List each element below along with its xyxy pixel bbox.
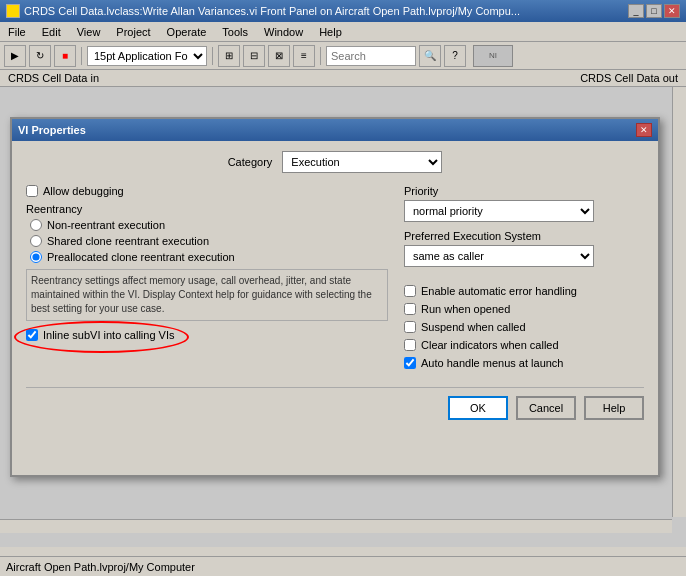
- panel-label-right: CRDS Cell Data out: [580, 72, 678, 84]
- help-button[interactable]: ?: [444, 45, 466, 67]
- toolbar-resize-button[interactable]: ⊠: [268, 45, 290, 67]
- inline-subvi-checkbox[interactable]: [26, 329, 38, 341]
- allow-debugging-row: Allow debugging: [26, 185, 388, 197]
- suspend-when-called-row: Suspend when called: [404, 321, 644, 333]
- vi-properties-dialog: VI Properties ✕ Category Execution Allow: [10, 117, 660, 477]
- menu-tools[interactable]: Tools: [218, 25, 252, 39]
- cancel-button[interactable]: Cancel: [516, 396, 576, 420]
- radio-non-reentrant-label: Non-reentrant execution: [47, 219, 165, 231]
- menu-operate[interactable]: Operate: [163, 25, 211, 39]
- menu-bar: File Edit View Project Operate Tools Win…: [0, 22, 686, 42]
- right-checkboxes: Enable automatic error handling Run when…: [404, 285, 644, 369]
- clear-indicators-row: Clear indicators when called: [404, 339, 644, 351]
- left-column: Allow debugging Reentrancy Non-reentrant…: [26, 185, 388, 375]
- inline-subvi-row: Inline subVI into calling VIs: [26, 329, 174, 341]
- inline-subvi-wrapper: Inline subVI into calling VIs: [26, 329, 174, 347]
- title-bar-left: CRDS Cell Data.lvclass:Write Allan Varia…: [6, 4, 520, 18]
- minimize-button[interactable]: _: [628, 4, 644, 18]
- radio-preallocated: Preallocated clone reentrant execution: [26, 251, 388, 263]
- inline-subvi-label: Inline subVI into calling VIs: [43, 329, 174, 341]
- dialog-body: Category Execution Allow debugging Reent…: [12, 141, 658, 430]
- search-input[interactable]: [326, 46, 416, 66]
- pref-exec-label: Preferred Execution System: [404, 230, 644, 242]
- panel-labels: CRDS Cell Data in CRDS Cell Data out: [0, 70, 686, 87]
- radio-preallocated-input[interactable]: [30, 251, 42, 263]
- toolbar-abort-button[interactable]: ■: [54, 45, 76, 67]
- toolbar-separator-1: [81, 47, 82, 65]
- priority-select[interactable]: normal priority: [404, 200, 594, 222]
- suspend-when-called-label: Suspend when called: [421, 321, 526, 333]
- auto-error-row: Enable automatic error handling: [404, 285, 644, 297]
- suspend-when-called-checkbox[interactable]: [404, 321, 416, 333]
- auto-menus-row: Auto handle menus at launch: [404, 357, 644, 369]
- pref-exec-select[interactable]: same as caller: [404, 245, 594, 267]
- dialog-columns: Allow debugging Reentrancy Non-reentrant…: [26, 185, 644, 375]
- menu-file[interactable]: File: [4, 25, 30, 39]
- clear-indicators-label: Clear indicators when called: [421, 339, 559, 351]
- menu-help[interactable]: Help: [315, 25, 346, 39]
- title-bar: CRDS Cell Data.lvclass:Write Allan Varia…: [0, 0, 686, 22]
- radio-shared-clone-input[interactable]: [30, 235, 42, 247]
- window-title: CRDS Cell Data.lvclass:Write Allan Varia…: [24, 5, 520, 17]
- dialog-close-button[interactable]: ✕: [636, 123, 652, 137]
- search-button[interactable]: 🔍: [419, 45, 441, 67]
- category-label: Category: [228, 156, 273, 168]
- category-row: Category Execution: [26, 151, 644, 173]
- run-when-opened-row: Run when opened: [404, 303, 644, 315]
- auto-error-checkbox[interactable]: [404, 285, 416, 297]
- auto-menus-checkbox[interactable]: [404, 357, 416, 369]
- clear-indicators-checkbox[interactable]: [404, 339, 416, 351]
- app-icon: [6, 4, 20, 18]
- title-bar-buttons[interactable]: _ □ ✕: [628, 4, 680, 18]
- category-select[interactable]: Execution: [282, 151, 442, 173]
- close-button[interactable]: ✕: [664, 4, 680, 18]
- menu-project[interactable]: Project: [112, 25, 154, 39]
- vertical-scrollbar[interactable]: [672, 87, 686, 517]
- run-when-opened-label: Run when opened: [421, 303, 510, 315]
- toolbar-distribute-button[interactable]: ⊟: [243, 45, 265, 67]
- horizontal-scrollbar[interactable]: [0, 519, 672, 533]
- menu-edit[interactable]: Edit: [38, 25, 65, 39]
- run-when-opened-checkbox[interactable]: [404, 303, 416, 315]
- ni-logo: NI: [473, 45, 513, 67]
- font-selector[interactable]: 15pt Application Font: [87, 46, 207, 66]
- radio-non-reentrant: Non-reentrant execution: [26, 219, 388, 231]
- canvas-area: VI Properties ✕ Category Execution Allow: [0, 87, 686, 547]
- priority-label: Priority: [404, 185, 644, 197]
- right-column: Priority normal priority Preferred Execu…: [404, 185, 644, 375]
- toolbar-run-button[interactable]: ▶: [4, 45, 26, 67]
- radio-shared-clone-label: Shared clone reentrant execution: [47, 235, 209, 247]
- allow-debugging-checkbox[interactable]: [26, 185, 38, 197]
- radio-shared-clone: Shared clone reentrant execution: [26, 235, 388, 247]
- toolbar-separator-2: [212, 47, 213, 65]
- panel-label-left: CRDS Cell Data in: [8, 72, 99, 84]
- toolbar-align-button[interactable]: ⊞: [218, 45, 240, 67]
- radio-preallocated-label: Preallocated clone reentrant execution: [47, 251, 235, 263]
- allow-debugging-label: Allow debugging: [43, 185, 124, 197]
- reentrancy-description: Reentrancy settings affect memory usage,…: [26, 269, 388, 321]
- radio-non-reentrant-input[interactable]: [30, 219, 42, 231]
- dialog-title: VI Properties: [18, 124, 86, 136]
- toolbar-separator-3: [320, 47, 321, 65]
- dialog-buttons: OK Cancel Help: [26, 387, 644, 420]
- auto-error-label: Enable automatic error handling: [421, 285, 577, 297]
- toolbar-run-continuously-button[interactable]: ↻: [29, 45, 51, 67]
- status-text: Aircraft Open Path.lvproj/My Computer: [6, 561, 195, 573]
- toolbar: ▶ ↻ ■ 15pt Application Font ⊞ ⊟ ⊠ ≡ 🔍 ? …: [0, 42, 686, 70]
- dialog-title-bar: VI Properties ✕: [12, 119, 658, 141]
- status-bar: Aircraft Open Path.lvproj/My Computer: [0, 556, 686, 576]
- menu-view[interactable]: View: [73, 25, 105, 39]
- reentrancy-label: Reentrancy: [26, 203, 388, 215]
- toolbar-reorder-button[interactable]: ≡: [293, 45, 315, 67]
- auto-menus-label: Auto handle menus at launch: [421, 357, 564, 369]
- ok-button[interactable]: OK: [448, 396, 508, 420]
- maximize-button[interactable]: □: [646, 4, 662, 18]
- menu-window[interactable]: Window: [260, 25, 307, 39]
- help-dialog-button[interactable]: Help: [584, 396, 644, 420]
